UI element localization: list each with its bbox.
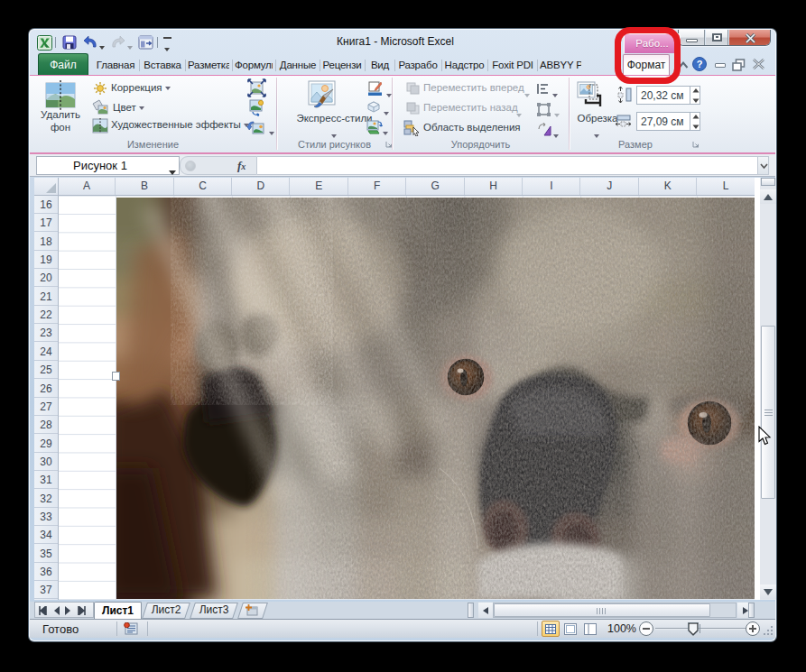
- svg-text:?: ?: [697, 59, 703, 69]
